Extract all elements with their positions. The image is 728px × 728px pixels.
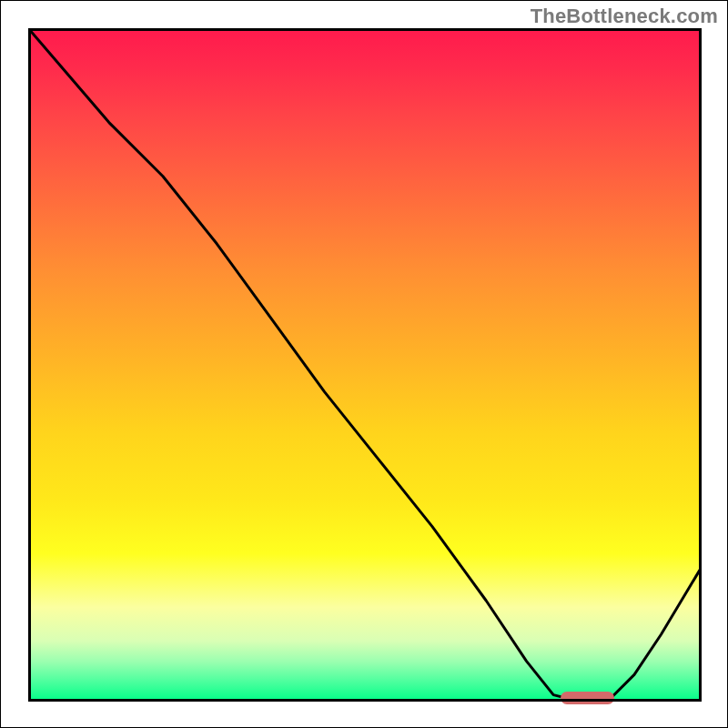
bottleneck-curve <box>28 28 702 702</box>
optimal-marker <box>561 692 614 704</box>
plot-area <box>28 28 702 702</box>
curve-path <box>28 28 702 702</box>
outer-frame: TheBottleneck.com <box>0 0 728 728</box>
watermark-text: TheBottleneck.com <box>531 5 718 28</box>
